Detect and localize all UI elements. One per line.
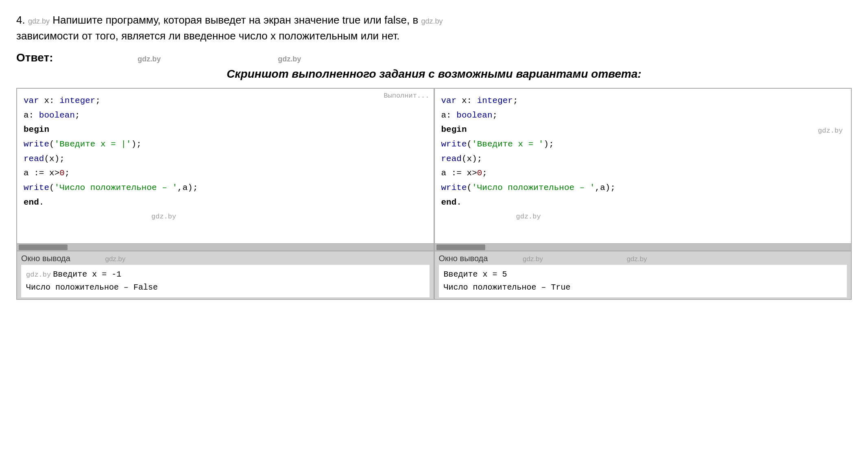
wm-answer-2: gdz.by [278,55,301,63]
code-line-8-left: end. [24,195,427,210]
output-line-2-right: Число положительное – True [444,281,842,294]
ide-panel-right: var x: integer; a: boolean; begin gdz.by… [434,88,852,300]
code-line-4-left: write('Введите x = |'); [24,137,427,152]
wm-gdz-code-right-top: gdz.by [818,125,843,137]
output-label-left: Окно вывода gdz.by [21,254,430,263]
output-label-right: Окно вывода gdz.by gdz.by [439,254,847,263]
scrollbar-left[interactable] [17,243,434,251]
output-line-1-right: Введите x = 5 [444,268,842,281]
scrollbar-thumb-right[interactable] [436,244,485,250]
task-wm-1: gdz.by [28,17,50,25]
output-panel-left: Окно вывода gdz.by gdz.byВведите x = -1 … [17,251,434,299]
task-description: Напишите программу, которая выведет на э… [52,14,418,26]
task-number: 4. [16,14,25,26]
output-content-left: gdz.byВведите x = -1 Число положительное… [21,265,430,297]
ide-panel-left: Выполнит... var x: integer; a: boolean; … [16,88,434,300]
code-line-2-left: a: boolean; [24,108,427,123]
screenshots-container: Выполнит... var x: integer; a: boolean; … [16,88,852,300]
code-line-7-right: write('Число положительное – ',a); [441,181,845,195]
code-line-6-left: a := x>0; [24,166,427,181]
code-line-2-right: a: boolean; [441,108,845,123]
scrollbar-right[interactable] [435,243,851,251]
top-right-wm-left: Выполнит... [384,90,429,102]
wm-output-label-right-2: gdz.by [627,255,647,263]
wm-output-label-left: gdz.by [105,255,125,263]
task-wm-2: gdz.by [421,17,443,25]
wm-output-label-right-1: gdz.by [523,255,543,263]
code-line-5-right: read(x); [441,152,845,166]
output-line-1-left: gdz.byВведите x = -1 [26,268,425,281]
code-area-left: Выполнит... var x: integer; a: boolean; … [17,89,434,243]
code-line-3-right: begin [441,122,845,137]
code-line-8-right: end. [441,195,845,210]
wm-answer-1: gdz.by [137,55,161,63]
wm-gdz-code-left: gdz.by [151,211,176,223]
code-line-5-left: read(x); [24,152,427,166]
code-line-4-right: write('Введите x = '); [441,137,845,152]
output-content-right: Введите x = 5 Число положительное – True [439,265,847,297]
screenshot-label: Скриншот выполненного задания с возможны… [16,68,852,81]
code-line-6-right: a := x>0; [441,166,845,181]
scrollbar-thumb-left[interactable] [19,244,68,250]
code-line-7-left: write('Число положительное – ',a); [24,181,427,195]
task-text: 4. gdz.by Напишите программу, которая вы… [16,12,852,44]
output-panel-right: Окно вывода gdz.by gdz.by Введите x = 5 … [435,251,851,299]
page-content: 4. gdz.by Напишите программу, которая вы… [16,12,852,300]
wm-output-left: gdz.by [26,271,51,279]
code-area-right: var x: integer; a: boolean; begin gdz.by… [435,89,851,243]
code-line-3-left: begin [24,122,427,137]
code-line-1-left: var x: integer; [24,94,427,108]
output-line-2-left: Число положительное – False [26,281,425,294]
answer-label: Ответ: gdz.by gdz.by [16,51,852,64]
wm-gdz-code-right-mid: gdz.by [516,211,541,223]
code-line-1-right: var x: integer; [441,94,845,108]
